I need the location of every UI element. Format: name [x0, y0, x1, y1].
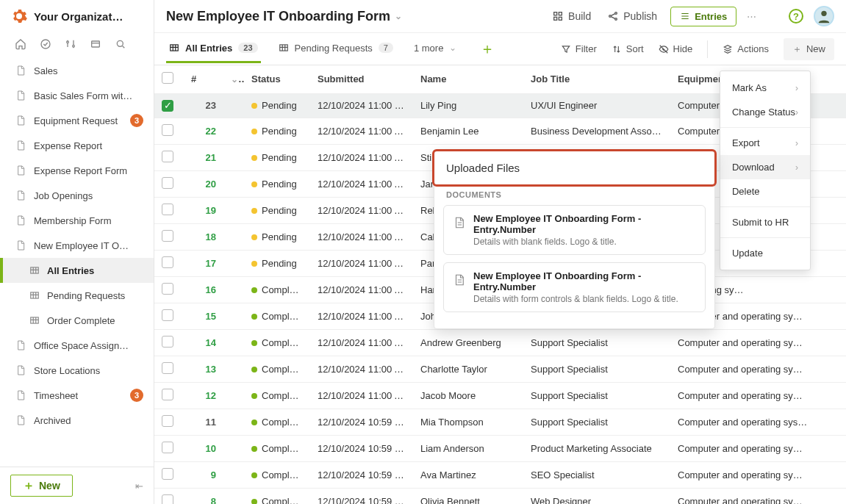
- sidebar-item[interactable]: Job Openings: [0, 183, 154, 208]
- table-row[interactable]: 11Compl…12/10/2024 10:59 …Mia ThompsonSu…: [154, 408, 846, 435]
- stack-icon: [723, 44, 733, 54]
- cell-job: Business Development Asso…: [523, 118, 670, 144]
- select-all-checkbox[interactable]: [162, 72, 173, 84]
- actions-button[interactable]: Actions: [723, 43, 769, 54]
- menu-delete[interactable]: Delete: [720, 179, 810, 204]
- cell-equipment: Computer and operating sy…: [670, 488, 846, 504]
- table-row[interactable]: 8Compl…12/10/2024 10:59 …Olivia BennettW…: [154, 488, 846, 504]
- tab-all-entries[interactable]: All Entries 23: [166, 35, 261, 63]
- tab-pending[interactable]: Pending Requests 7: [276, 35, 396, 63]
- document-icon: [453, 272, 466, 288]
- row-checkbox[interactable]: [162, 151, 173, 162]
- collapse-icon[interactable]: ⇤: [135, 480, 143, 492]
- document-option[interactable]: New Employee IT Onboarding Form - Entry.…: [443, 262, 706, 312]
- filter-button[interactable]: Filter: [561, 43, 597, 54]
- menu-update[interactable]: Update: [720, 241, 810, 265]
- sidebar-item[interactable]: Expense Report: [0, 133, 154, 158]
- col-number[interactable]: #: [184, 65, 223, 93]
- card-icon[interactable]: [90, 38, 101, 52]
- row-checkbox[interactable]: [162, 204, 173, 215]
- cell-name: Andrew Greenberg: [413, 329, 523, 356]
- cell-submitted: 12/10/2024 10:59 …: [310, 488, 413, 504]
- cell-submitted: 12/10/2024 11:00 A…: [310, 356, 413, 382]
- build-button[interactable]: Build: [549, 7, 594, 25]
- sidebar-item[interactable]: Basic Sales Form wit…: [0, 83, 154, 108]
- row-checkbox[interactable]: ✓: [162, 100, 173, 112]
- sidebar-item[interactable]: Expense Report Form: [0, 158, 154, 183]
- check-circle-icon[interactable]: [40, 38, 51, 52]
- hide-button[interactable]: Hide: [659, 43, 693, 54]
- sidebar-subitem[interactable]: Pending Requests: [0, 283, 154, 308]
- col-job[interactable]: Job Title: [523, 65, 670, 93]
- entries-button[interactable]: Entries: [670, 7, 736, 26]
- sidebar-item[interactable]: Sales: [0, 58, 154, 83]
- row-checkbox[interactable]: [162, 230, 173, 242]
- menu-submit-hr[interactable]: Submit to HR: [720, 210, 810, 234]
- sort-button[interactable]: Sort: [612, 43, 644, 54]
- sidebar-subitem[interactable]: All Entries: [0, 258, 154, 283]
- row-checkbox[interactable]: [162, 389, 173, 400]
- org-header[interactable]: Your Organizat…: [0, 0, 154, 32]
- chevron-right-icon: ›: [795, 162, 798, 173]
- sidebar-item-label: All Entries: [47, 265, 143, 276]
- row-checkbox[interactable]: [162, 256, 173, 268]
- search-icon[interactable]: [115, 38, 126, 52]
- sidebar-item[interactable]: Office Space Assign…: [0, 333, 154, 358]
- cell-equipment: Computer and operating sy…: [670, 435, 846, 461]
- row-checkbox[interactable]: [162, 177, 173, 189]
- table-icon: [29, 290, 40, 300]
- row-checkbox[interactable]: [162, 124, 173, 136]
- home-icon[interactable]: [15, 38, 26, 52]
- cell-submitted: 12/10/2024 11:00 A…: [310, 223, 413, 250]
- document-option[interactable]: New Employee IT Onboarding Form - Entry.…: [443, 205, 706, 255]
- col-name[interactable]: Name: [413, 65, 523, 93]
- row-checkbox[interactable]: [162, 283, 173, 295]
- status-dot: [251, 287, 257, 293]
- cell-equipment: Computer and operating sys…: [670, 408, 846, 435]
- share-icon: [607, 10, 619, 22]
- row-checkbox[interactable]: [162, 309, 173, 321]
- sidebar-item[interactable]: Membership Form: [0, 208, 154, 233]
- menu-export[interactable]: Export›: [720, 131, 810, 155]
- more-icon[interactable]: ⋯: [747, 11, 758, 22]
- new-button[interactable]: ＋New: [10, 475, 73, 497]
- sidebar-item[interactable]: Archived: [0, 408, 154, 433]
- row-checkbox[interactable]: [162, 415, 173, 427]
- svg-point-12: [609, 15, 612, 18]
- sidebar-item[interactable]: Store Locations: [0, 358, 154, 383]
- col-submitted[interactable]: Submitted: [310, 65, 413, 93]
- menu-change-status[interactable]: Change Status›: [720, 100, 810, 124]
- sidebar-item[interactable]: New Employee IT O…: [0, 233, 154, 258]
- table-row[interactable]: 10Compl…12/10/2024 10:59 …Liam AndersonP…: [154, 435, 846, 461]
- settings-icon[interactable]: [65, 38, 76, 52]
- chevron-down-icon[interactable]: ⌄: [231, 73, 244, 84]
- table-row[interactable]: 9Compl…12/10/2024 10:59 …Ava MartinezSEO…: [154, 461, 846, 488]
- sidebar-item-label: Basic Sales Form wit…: [34, 90, 143, 101]
- sidebar-subitem[interactable]: Order Complete: [0, 308, 154, 333]
- menu-mark-as[interactable]: Mark As›: [720, 76, 810, 100]
- tab-more[interactable]: 1 more ⌄: [411, 35, 459, 63]
- sidebar-item[interactable]: Timesheet3: [0, 383, 154, 408]
- table-row[interactable]: 14Compl…12/10/2024 11:00 A…Andrew Greenb…: [154, 329, 846, 356]
- add-view-icon[interactable]: ＋: [480, 39, 495, 59]
- main-header: New Employee IT Onboarding Form ⌄ Build …: [154, 0, 846, 33]
- row-checkbox[interactable]: [162, 468, 173, 480]
- table-row[interactable]: 13Compl…12/10/2024 11:00 A…Charlotte Tay…: [154, 356, 846, 382]
- row-checkbox[interactable]: [162, 362, 173, 374]
- status-dot: [251, 261, 257, 267]
- row-checkbox[interactable]: [162, 442, 173, 453]
- document-icon: [15, 389, 26, 401]
- help-icon[interactable]: ?: [789, 9, 803, 24]
- table-row[interactable]: 12Compl…12/10/2024 11:00 A…Jacob MooreSu…: [154, 382, 846, 408]
- sidebar-item[interactable]: Equipment Request3: [0, 108, 154, 133]
- publish-button[interactable]: Publish: [604, 7, 660, 25]
- col-status[interactable]: Status: [244, 65, 310, 93]
- row-checkbox[interactable]: [162, 336, 173, 348]
- page-title[interactable]: New Employee IT Onboarding Form ⌄: [166, 9, 402, 24]
- sidebar-item-label: Expense Report Form: [34, 165, 143, 176]
- avatar[interactable]: [814, 6, 834, 26]
- row-checkbox[interactable]: [162, 494, 173, 505]
- menu-download[interactable]: Download›: [720, 155, 810, 179]
- sidebar-item-label: Timesheet: [34, 390, 123, 401]
- new-record-button[interactable]: ＋New: [784, 38, 834, 60]
